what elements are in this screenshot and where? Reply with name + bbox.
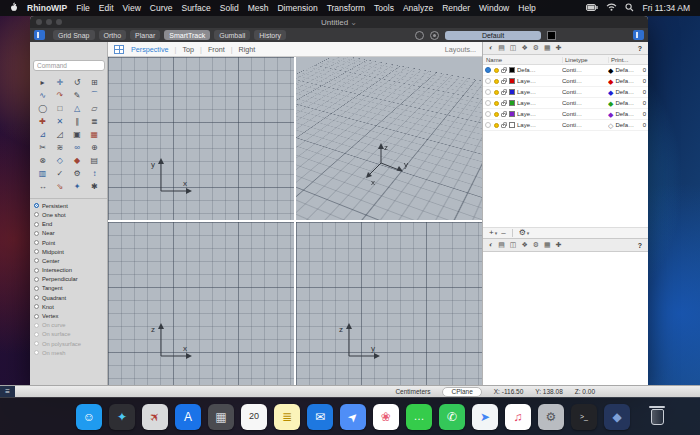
zoom-window-icon[interactable] bbox=[56, 19, 62, 25]
print-color-icon[interactable]: ◆ bbox=[608, 89, 613, 96]
layer-print-cell[interactable]: ◆ Defa… bbox=[608, 78, 640, 85]
osnap-option[interactable]: Quadrant bbox=[34, 294, 103, 302]
layer-settings-button[interactable]: ⚙▾ bbox=[519, 229, 530, 237]
record-icon[interactable] bbox=[415, 31, 424, 40]
messages-icon[interactable]: … bbox=[406, 404, 432, 430]
tool-icon[interactable]: ✂ bbox=[35, 142, 50, 153]
radio-icon[interactable] bbox=[34, 258, 39, 263]
osnap-option[interactable]: Perpendicular bbox=[34, 276, 103, 284]
visibility-bulb-icon[interactable] bbox=[494, 123, 499, 128]
osnap-option[interactable]: End bbox=[34, 220, 103, 228]
menu-item[interactable]: Mesh bbox=[248, 3, 269, 13]
toolbar-toggle-button[interactable]: Planar bbox=[130, 30, 160, 40]
finder-icon[interactable]: ☺ bbox=[76, 404, 102, 430]
osnap-option[interactable]: Midpoint bbox=[34, 248, 103, 256]
current-layer-indicator[interactable] bbox=[485, 122, 491, 128]
help-icon[interactable]: ? bbox=[638, 242, 642, 249]
photos-icon[interactable]: ❀ bbox=[373, 404, 399, 430]
safari-icon[interactable]: ➤ bbox=[340, 404, 366, 430]
tool-icon[interactable]: ▸ bbox=[35, 77, 50, 88]
lock-icon[interactable] bbox=[501, 69, 506, 73]
viewport-perspective[interactable]: z y x bbox=[296, 57, 482, 220]
toolbar-toggle-button[interactable]: Gumball bbox=[214, 30, 250, 40]
materials-panel-icon[interactable]: ❖ bbox=[521, 44, 527, 52]
osnap-option[interactable]: Persistent bbox=[34, 202, 103, 210]
radio-icon[interactable] bbox=[34, 212, 39, 217]
add-layer-button[interactable]: +▾ bbox=[489, 229, 497, 237]
properties-panel-icon[interactable]: ◐ bbox=[489, 241, 493, 249]
osnap-option[interactable]: On surface bbox=[34, 331, 103, 339]
radio-icon[interactable] bbox=[34, 314, 39, 319]
tool-icon[interactable]: ∥ bbox=[70, 116, 85, 127]
layouts-button[interactable]: Layouts... bbox=[445, 45, 476, 54]
tool-icon[interactable]: ✓ bbox=[52, 168, 67, 179]
left-sidebar-toggle-icon[interactable] bbox=[34, 30, 45, 40]
menu-item[interactable]: Tools bbox=[374, 3, 394, 13]
menu-item[interactable]: File bbox=[76, 3, 90, 13]
radio-icon[interactable] bbox=[34, 341, 39, 346]
osnap-option[interactable]: Knot bbox=[34, 303, 103, 311]
lights-panel-icon[interactable]: ⚙ bbox=[533, 44, 539, 52]
tool-icon[interactable]: ▱ bbox=[87, 103, 102, 114]
tool-icon[interactable]: ▣ bbox=[70, 129, 85, 140]
osnap-option[interactable]: Tangent bbox=[34, 285, 103, 293]
radio-icon[interactable] bbox=[34, 249, 39, 254]
display-panel-icon[interactable]: ◫ bbox=[510, 44, 517, 52]
notes-icon[interactable]: ≣ bbox=[274, 404, 300, 430]
toolbar-toggle-button[interactable]: Grid Snap bbox=[53, 30, 95, 40]
radio-icon[interactable] bbox=[34, 222, 39, 227]
add-panel-icon[interactable]: ✚ bbox=[556, 44, 562, 52]
layer-color-swatch[interactable] bbox=[509, 100, 515, 106]
units-label[interactable]: Centimeters bbox=[395, 388, 430, 395]
menu-bar-clock[interactable]: Fri 11:34 AM bbox=[642, 3, 690, 13]
viewport-top[interactable]: y x bbox=[108, 57, 294, 220]
tool-icon[interactable]: ⚙ bbox=[70, 168, 85, 179]
layer-color-swatch[interactable] bbox=[509, 67, 515, 73]
layer-print-cell[interactable]: ◆ Defa… bbox=[608, 89, 640, 96]
layer-color-swatch[interactable] bbox=[509, 89, 515, 95]
column-name[interactable]: Name bbox=[483, 57, 562, 63]
tool-icon[interactable]: ▤ bbox=[87, 155, 102, 166]
osnap-option[interactable]: Point bbox=[34, 239, 103, 247]
hamburger-menu-icon[interactable]: ≡ bbox=[0, 386, 15, 398]
app-menu[interactable]: RhinoWIP bbox=[27, 3, 67, 13]
menu-item[interactable]: Transform bbox=[327, 3, 365, 13]
command-input[interactable] bbox=[33, 60, 105, 71]
help-icon[interactable]: ? bbox=[638, 45, 642, 52]
viewport-front[interactable]: z x bbox=[108, 222, 294, 385]
layer-linetype[interactable]: Conti… bbox=[562, 122, 608, 128]
tool-icon[interactable]: ⇘ bbox=[52, 181, 67, 192]
delete-layer-button[interactable]: – bbox=[501, 229, 505, 237]
materials-panel-icon[interactable]: ❖ bbox=[521, 241, 527, 249]
target-icon[interactable] bbox=[430, 31, 439, 40]
battery-icon[interactable] bbox=[586, 3, 598, 13]
tool-icon[interactable]: ⌒ bbox=[87, 90, 102, 101]
app-icon[interactable]: ◆ bbox=[604, 404, 630, 430]
radio-icon[interactable] bbox=[34, 323, 39, 328]
layers-panel-icon[interactable]: ▤ bbox=[498, 44, 505, 52]
toolbar-toggle-button[interactable]: SmartTrack bbox=[164, 30, 210, 40]
layer-row[interactable]: Laye… Conti… ◇ Defa… 0 bbox=[483, 120, 648, 131]
cplane-button[interactable]: CPlane bbox=[442, 387, 481, 397]
layer-row[interactable]: Laye… Conti… ◆ Defa… 0 bbox=[483, 109, 648, 120]
close-window-icon[interactable] bbox=[36, 19, 42, 25]
right-sidebar-toggle-icon[interactable] bbox=[633, 30, 644, 40]
viewport-tab[interactable]: Top bbox=[175, 45, 194, 54]
osnap-option[interactable]: On mesh bbox=[34, 349, 103, 357]
lock-icon[interactable] bbox=[501, 102, 506, 106]
menu-item[interactable]: Surface bbox=[181, 3, 210, 13]
tool-icon[interactable]: ↺ bbox=[70, 77, 85, 88]
visibility-bulb-icon[interactable] bbox=[494, 68, 499, 73]
radio-icon[interactable] bbox=[34, 304, 39, 309]
tool-icon[interactable]: △ bbox=[70, 103, 85, 114]
lights-panel-icon[interactable]: ⚙ bbox=[533, 241, 539, 249]
layer-linetype[interactable]: Conti… bbox=[562, 78, 608, 84]
radio-icon[interactable] bbox=[34, 203, 39, 208]
tool-icon[interactable]: ◇ bbox=[52, 155, 67, 166]
apple-menu-icon[interactable] bbox=[10, 2, 18, 14]
osnap-option[interactable]: One shot bbox=[34, 211, 103, 219]
launchpad-icon[interactable]: ✈ bbox=[142, 404, 168, 430]
add-panel-icon[interactable]: ✚ bbox=[556, 241, 562, 249]
lock-icon[interactable] bbox=[501, 113, 506, 117]
active-color-swatch[interactable] bbox=[547, 31, 556, 40]
